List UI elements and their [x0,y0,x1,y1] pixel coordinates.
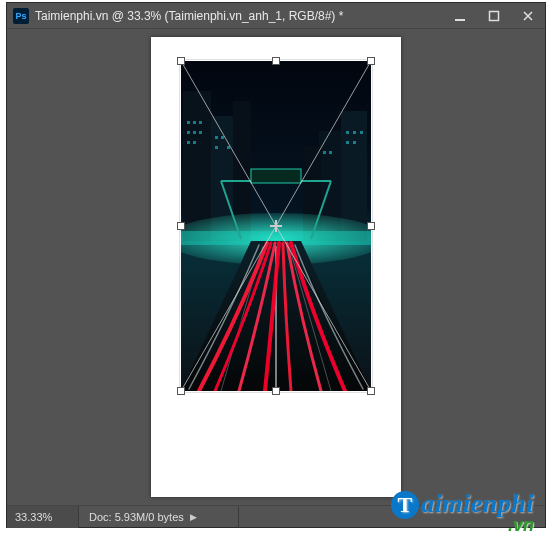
close-button[interactable] [511,3,545,29]
photoshop-window: Ps Taimienphi.vn @ 33.3% (Taimienphi.vn_… [6,2,546,528]
watermark-logo-icon: T [391,491,419,519]
svg-rect-23 [360,131,363,134]
placed-image[interactable] [181,61,371,391]
svg-rect-24 [346,141,349,144]
svg-rect-13 [193,131,196,134]
svg-rect-9 [187,121,190,124]
svg-rect-10 [193,121,196,124]
svg-rect-21 [346,131,349,134]
svg-rect-15 [187,141,190,144]
maximize-button[interactable] [477,3,511,29]
chevron-right-icon[interactable]: ▶ [190,506,197,528]
svg-rect-14 [199,131,202,134]
svg-rect-26 [323,151,326,154]
svg-rect-3 [183,91,211,241]
svg-rect-20 [227,146,230,149]
svg-rect-19 [215,146,218,149]
watermark-brand: aimienphi [421,489,534,518]
svg-rect-22 [353,131,356,134]
svg-rect-0 [455,19,465,21]
svg-rect-18 [221,136,224,139]
minimize-button[interactable] [443,3,477,29]
svg-rect-17 [215,136,218,139]
document-info[interactable]: Doc: 5.93M/0 bytes ▶ [79,506,239,528]
window-controls [443,3,545,28]
document-info-text: Doc: 5.93M/0 bytes [89,506,184,528]
svg-rect-1 [490,12,499,21]
svg-rect-37 [251,169,301,183]
document-title: Taimienphi.vn @ 33.3% (Taimienphi.vn_anh… [35,9,443,23]
title-bar[interactable]: Ps Taimienphi.vn @ 33.3% (Taimienphi.vn_… [7,3,545,29]
svg-rect-12 [187,131,190,134]
svg-rect-25 [353,141,356,144]
canvas-area[interactable] [7,29,545,505]
zoom-level[interactable]: 33.33% [7,506,79,528]
app-icon: Ps [13,8,29,24]
watermark: Taimienphi .vn [391,489,534,536]
svg-rect-16 [193,141,196,144]
svg-rect-27 [329,151,332,154]
svg-rect-11 [199,121,202,124]
white-canvas[interactable] [151,37,401,497]
